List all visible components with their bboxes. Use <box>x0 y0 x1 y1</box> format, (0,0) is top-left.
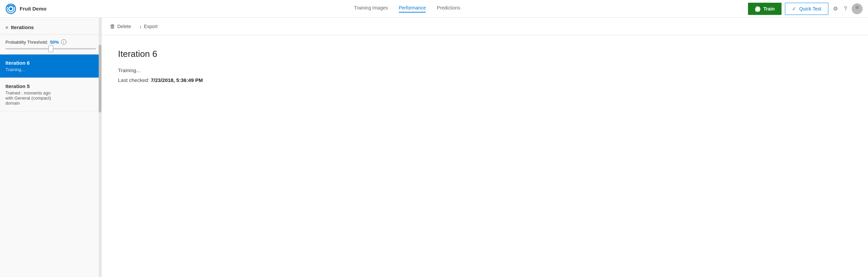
svg-point-3 <box>855 6 859 9</box>
settings-icon[interactable]: ⚙ <box>832 4 839 13</box>
check-icon: ✓ <box>792 6 796 12</box>
avatar-icon <box>852 4 862 14</box>
app-logo-icon <box>5 3 16 14</box>
delete-label: Delete <box>117 24 131 29</box>
threshold-label-text: Probability Threshold: <box>5 40 48 45</box>
export-button[interactable]: ↓ Export <box>139 22 157 31</box>
threshold-section: Probability Threshold: 50% i <box>0 35 101 55</box>
tab-training-images[interactable]: Training Images <box>354 5 388 13</box>
iterations-list: Iteration 6 Training... Iteration 5 Trai… <box>0 55 101 277</box>
threshold-slider-thumb[interactable] <box>48 45 53 52</box>
sidebar: ≡ Iterations Probability Threshold: 50% … <box>0 18 102 277</box>
iteration-item-5[interactable]: Iteration 5 Trained : moments ago with G… <box>0 78 101 111</box>
sidebar-scrollbar-track <box>99 18 101 277</box>
training-status: Training... <box>118 67 852 73</box>
tab-performance[interactable]: Performance <box>399 5 426 13</box>
train-button[interactable]: Train <box>748 3 782 15</box>
iteration-item-6[interactable]: Iteration 6 Training... <box>0 55 101 78</box>
svg-point-4 <box>854 10 861 14</box>
export-icon: ↓ <box>139 23 142 29</box>
user-avatar[interactable] <box>852 3 863 14</box>
iterations-icon: ≡ <box>5 25 8 30</box>
delete-icon: 🗑 <box>110 23 115 29</box>
sidebar-title: ≡ Iterations <box>5 24 96 30</box>
train-button-label: Train <box>764 6 775 12</box>
delete-button[interactable]: 🗑 Delete <box>110 22 131 31</box>
header-actions: Train ✓ Quick Test ⚙ ? <box>748 3 863 15</box>
tab-predictions[interactable]: Predictions <box>437 5 460 13</box>
app-title: Fruit Demo <box>20 6 46 12</box>
main-nav: Training Images Performance Predictions <box>66 5 748 13</box>
iteration-6-title: Iteration 6 <box>5 60 96 66</box>
export-label: Export <box>144 24 157 29</box>
threshold-value: 50% <box>50 40 59 45</box>
threshold-info-icon[interactable]: i <box>61 39 66 45</box>
threshold-slider-track <box>5 48 96 49</box>
iteration-6-subtitle: Training... <box>5 67 96 72</box>
sidebar-header: ≡ Iterations <box>0 18 101 35</box>
train-gear-icon <box>755 6 761 12</box>
last-checked: Last checked: 7/23/2018, 5:36:49 PM <box>118 77 852 83</box>
iteration-heading: Iteration 6 <box>118 49 852 59</box>
quick-test-button[interactable]: ✓ Quick Test <box>785 3 828 15</box>
content-toolbar: 🗑 Delete ↓ Export <box>102 18 868 35</box>
sidebar-scrollbar-thumb[interactable] <box>99 45 101 112</box>
iteration-5-subtitle: Trained : moments ago with General (comp… <box>5 90 96 106</box>
sidebar-title-label: Iterations <box>11 24 34 30</box>
quick-test-button-label: Quick Test <box>799 6 821 12</box>
main-layout: ≡ Iterations Probability Threshold: 50% … <box>0 18 868 277</box>
help-icon[interactable]: ? <box>843 4 848 13</box>
iteration-5-title: Iteration 5 <box>5 83 96 89</box>
app-header: Fruit Demo Training Images Performance P… <box>0 0 868 18</box>
last-checked-label: Last checked: <box>118 77 150 83</box>
last-checked-value: 7/23/2018, 5:36:49 PM <box>151 77 203 83</box>
logo-area: Fruit Demo <box>5 3 66 14</box>
content-body: Iteration 6 Training... Last checked: 7/… <box>102 35 868 97</box>
main-content: 🗑 Delete ↓ Export Iteration 6 Training..… <box>102 18 868 277</box>
threshold-label: Probability Threshold: 50% i <box>5 39 96 45</box>
svg-point-2 <box>9 7 12 10</box>
